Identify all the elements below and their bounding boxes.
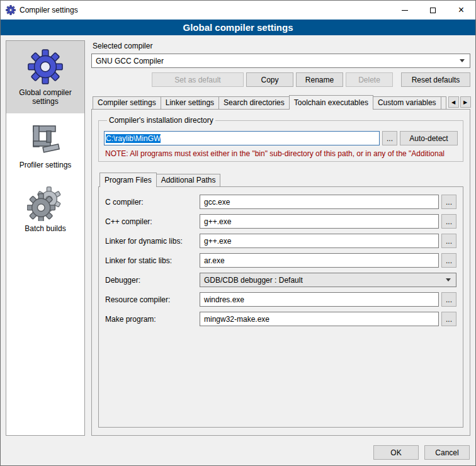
compiler-buttons: Set as default Copy Rename Delete Reset … — [91, 72, 470, 87]
tab-scroll-right-button[interactable]: ▶ — [460, 96, 471, 108]
dynamic-linker-input[interactable]: g++.exe — [200, 234, 439, 248]
dynamic-linker-browse-button[interactable]: ... — [441, 234, 456, 248]
tab-search-directories[interactable]: Search directories — [218, 96, 290, 109]
chevron-down-icon — [446, 278, 451, 281]
tab-program-files[interactable]: Program Files — [99, 173, 157, 187]
delete-button: Delete — [346, 72, 393, 87]
window-controls: × — [390, 1, 475, 20]
program-files-tabstrip: Program Files Additional Paths — [98, 173, 463, 186]
compiler-select-value: GNU GCC Compiler — [96, 57, 164, 65]
installation-directory-group: Compiler's installation directory C:\ray… — [98, 116, 463, 162]
sidebar-item-global-compiler-settings[interactable]: Global compiler settings — [6, 41, 84, 113]
static-linker-value: ar.exe — [204, 256, 225, 265]
installation-directory-input[interactable]: C:\raylib\MinGW — [104, 131, 380, 145]
selected-text: C:\raylib\MinGW — [106, 134, 161, 143]
installation-directory-title: Compiler's installation directory — [107, 116, 215, 125]
ok-button[interactable]: OK — [373, 445, 419, 460]
installation-directory-row: C:\raylib\MinGW ... Auto-detect — [104, 131, 458, 145]
debugger-label: Debugger: — [105, 276, 200, 285]
tab-scroll-buttons: ◀ ▶ — [446, 96, 471, 108]
tab-custom-variables[interactable]: Custom variables — [373, 96, 441, 109]
toolchain-tab-panel: Compiler's installation directory C:\ray… — [91, 109, 470, 436]
cpp-compiler-value: g++.exe — [204, 217, 231, 226]
close-icon: × — [458, 4, 464, 16]
field-row-cpp-compiler: C++ compiler: g++.exe ... — [105, 214, 456, 229]
c-compiler-browse-button[interactable]: ... — [441, 195, 456, 209]
close-button[interactable]: × — [447, 1, 475, 20]
make-program-browse-button[interactable]: ... — [441, 312, 456, 326]
tab-additional-paths[interactable]: Additional Paths — [156, 174, 221, 186]
sidebar-item-batch-builds[interactable]: Batch builds — [6, 177, 84, 241]
dynamic-linker-label: Linker for dynamic libs: — [105, 237, 200, 246]
sidebar-item-label: Batch builds — [25, 224, 65, 233]
bin-subdirectory-note: NOTE: All programs must exist either in … — [105, 149, 456, 158]
blue-gear-icon — [27, 48, 64, 85]
app-gear-icon — [6, 5, 16, 15]
set-as-default-button: Set as default — [152, 72, 244, 87]
resource-compiler-browse-button[interactable]: ... — [441, 292, 456, 307]
tab-toolchain-executables[interactable]: Toolchain executables — [289, 95, 373, 110]
cancel-button[interactable]: Cancel — [424, 445, 470, 460]
sidebar-item-profiler-settings[interactable]: Profiler settings — [6, 113, 84, 177]
copy-button[interactable]: Copy — [246, 72, 293, 87]
dialog-content: Global compiler settings Profiler set — [1, 35, 475, 441]
resource-compiler-input[interactable]: windres.exe — [200, 292, 439, 307]
field-row-debugger: Debugger: GDB/CDB debugger : Default — [105, 273, 456, 287]
cpp-compiler-input[interactable]: g++.exe — [200, 214, 439, 229]
program-files-panel: C compiler: gcc.exe ... C++ compiler: g+… — [98, 186, 463, 428]
dialog-footer: OK Cancel — [1, 441, 475, 465]
field-row-dynamic-linker: Linker for dynamic libs: g++.exe ... — [105, 234, 456, 248]
selected-compiler-label: Selected compiler — [93, 42, 470, 50]
resource-compiler-value: windres.exe — [204, 295, 244, 304]
dynamic-linker-value: g++.exe — [204, 237, 231, 246]
titlebar: Compiler settings × — [1, 1, 475, 20]
minimize-button[interactable] — [390, 1, 419, 20]
compiler-settings-dialog: Compiler settings × Global compiler sett… — [0, 0, 476, 466]
rename-button[interactable]: Rename — [296, 72, 343, 87]
settings-tabstrip: Compiler settings Linker settings Search… — [91, 95, 470, 109]
page-title: Global compiler settings — [1, 20, 475, 35]
auto-detect-button[interactable]: Auto-detect — [400, 131, 458, 145]
maximize-button[interactable] — [419, 1, 447, 20]
sidebar-item-label: Profiler settings — [20, 161, 72, 169]
minimize-icon — [402, 10, 408, 11]
debugger-select[interactable]: GDB/CDB debugger : Default — [200, 273, 456, 287]
make-program-label: Make program: — [105, 315, 200, 324]
arrow-left-icon: ◀ — [451, 99, 455, 105]
tab-scroll-left-button[interactable]: ◀ — [448, 96, 459, 108]
tab-linker-settings[interactable]: Linker settings — [161, 96, 219, 109]
c-compiler-value: gcc.exe — [204, 198, 230, 207]
main-panel: Selected compiler GNU GCC Compiler Set a… — [91, 40, 470, 436]
compiler-select[interactable]: GNU GCC Compiler — [91, 54, 470, 68]
static-linker-label: Linker for static libs: — [105, 256, 200, 265]
field-row-resource-compiler: Resource compiler: windres.exe ... — [105, 292, 456, 307]
field-row-c-compiler: C compiler: gcc.exe ... — [105, 195, 456, 209]
field-row-make-program: Make program: mingw32-make.exe ... — [105, 312, 456, 326]
window-title: Compiler settings — [20, 6, 78, 14]
installation-directory-browse-button[interactable]: ... — [382, 131, 397, 145]
cpp-compiler-label: C++ compiler: — [105, 217, 200, 226]
maximize-icon — [430, 8, 436, 13]
field-row-static-linker: Linker for static libs: ar.exe ... — [105, 253, 456, 268]
resource-compiler-label: Resource compiler: — [105, 295, 200, 304]
chevron-down-icon — [460, 59, 465, 62]
cpp-compiler-browse-button[interactable]: ... — [441, 214, 456, 229]
arrow-right-icon: ▶ — [463, 99, 467, 105]
gray-gears-icon — [27, 185, 64, 221]
static-linker-input[interactable]: ar.exe — [200, 253, 439, 268]
c-compiler-input[interactable]: gcc.exe — [200, 195, 439, 209]
c-compiler-label: C compiler: — [105, 198, 200, 207]
tab-compiler-settings[interactable]: Compiler settings — [93, 96, 161, 109]
make-program-value: mingw32-make.exe — [204, 315, 269, 324]
settings-sidebar: Global compiler settings Profiler set — [6, 40, 85, 436]
make-program-input[interactable]: mingw32-make.exe — [200, 312, 439, 326]
sidebar-item-label: Global compiler settings — [9, 88, 82, 106]
reset-defaults-button[interactable]: Reset defaults — [401, 72, 470, 87]
static-linker-browse-button[interactable]: ... — [441, 253, 456, 268]
clamp-icon — [27, 121, 64, 157]
debugger-value: GDB/CDB debugger : Default — [204, 276, 303, 285]
